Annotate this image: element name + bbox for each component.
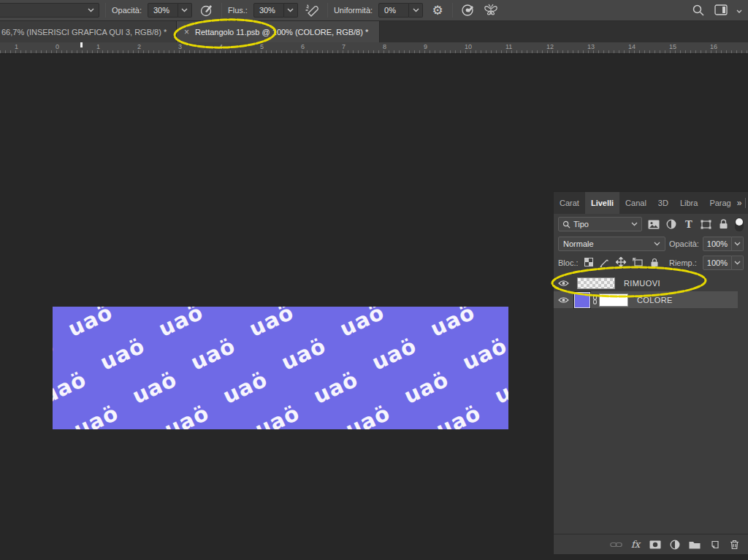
- pattern-text: uaö: [336, 307, 389, 342]
- layer-name[interactable]: RIMUOVI: [624, 279, 660, 288]
- search-icon: [562, 220, 570, 229]
- ruler-label: 11: [505, 43, 512, 50]
- ruler-label: 1: [96, 43, 100, 50]
- document-tab-rettangolo[interactable]: × Rettangolo 11.psb @ 100% (COLORE, RGB/…: [177, 21, 380, 42]
- blend-mode-select[interactable]: Normale: [558, 237, 665, 251]
- toolbar-separator: [327, 3, 328, 18]
- new-layer-icon[interactable]: [708, 538, 721, 551]
- tab-librerie[interactable]: Libra: [674, 192, 703, 214]
- airbrush-icon[interactable]: [304, 1, 321, 19]
- pattern-text: uaö: [53, 367, 90, 408]
- lock-artboard-icon[interactable]: [633, 258, 644, 269]
- add-layer-mask-icon[interactable]: [649, 538, 662, 551]
- workspace-chevron-icon[interactable]: [736, 6, 742, 15]
- artwork-rectangle[interactable]: uaöuaöuaöuaöuaöuaöuaöuaöuaöuaöuaöuaöuaöu…: [53, 307, 508, 429]
- ruler-label: 3: [178, 43, 182, 50]
- ruler-label: 9: [424, 43, 427, 50]
- fill-label: Riemp.:: [669, 258, 697, 267]
- pattern-text: uaö: [129, 367, 181, 408]
- layer-mask-thumbnail[interactable]: [599, 294, 628, 307]
- search-icon[interactable]: [690, 1, 707, 19]
- tab-carattere[interactable]: Carat: [554, 192, 585, 214]
- ruler-label: 8: [383, 43, 386, 50]
- blend-mode-value: Normale: [563, 239, 594, 248]
- opacity-input[interactable]: 30%: [148, 3, 178, 18]
- layer-opacity-label: Opacità:: [669, 239, 699, 248]
- tab-livelli[interactable]: Livelli: [585, 192, 619, 214]
- pattern-text: uaö: [96, 333, 149, 375]
- layer-row-colore[interactable]: COLORE: [554, 291, 738, 308]
- layer-thumbnail-transparent[interactable]: [577, 277, 615, 289]
- layer-row-rimuovi[interactable]: RIMUOVI: [554, 275, 748, 291]
- layer-filter-toggle[interactable]: [735, 218, 744, 231]
- type-layer-filter-icon[interactable]: T: [682, 218, 695, 231]
- pattern-text: uaö: [70, 400, 123, 429]
- layer-filter-type-dropdown[interactable]: Tipo: [558, 217, 642, 231]
- ruler-label: 5: [260, 43, 264, 50]
- pattern-text: uaö: [155, 307, 207, 342]
- workspace-switcher-icon[interactable]: [713, 1, 730, 19]
- pattern-text: uaö: [459, 333, 508, 375]
- layer-styles-fx-icon[interactable]: fx: [629, 538, 642, 551]
- layers-panel: Carat Livelli Canal 3D Libra Parag » ≡ T…: [553, 191, 748, 554]
- fill-dropdown-button[interactable]: [732, 256, 744, 270]
- smoothing-options-gear-icon[interactable]: ⚙: [429, 1, 446, 19]
- layer-opacity-input[interactable]: 100%: [703, 237, 732, 251]
- layer-visibility-eye-icon[interactable]: [554, 296, 573, 304]
- fill-input[interactable]: 100%: [703, 256, 732, 270]
- chevron-down-icon: [181, 8, 188, 12]
- smoothing-label: Uniformità:: [334, 6, 373, 15]
- ruler-cursor-marker: [80, 42, 83, 47]
- pattern-text: uaö: [427, 307, 479, 342]
- layer-visibility-eye-icon[interactable]: [554, 280, 573, 287]
- layers-panel-bottom-bar: fx: [554, 534, 748, 554]
- pattern-text: uaö: [342, 400, 394, 429]
- document-tab-label: Rettangolo 11.psb @ 100% (COLORE, RGB/8)…: [195, 28, 368, 37]
- chevron-down-icon: [287, 8, 294, 12]
- pixel-layer-filter-icon[interactable]: [647, 218, 660, 231]
- new-group-folder-icon[interactable]: [688, 538, 701, 551]
- layer-mask-link-icon[interactable]: [590, 295, 599, 304]
- pattern-text: uaö: [251, 400, 304, 429]
- layer-name[interactable]: COLORE: [637, 296, 673, 304]
- chevron-down-icon: [654, 242, 660, 246]
- chevron-down-icon: [734, 242, 741, 246]
- flow-input[interactable]: 30%: [253, 3, 284, 18]
- smoothing-dropdown-button[interactable]: [409, 3, 423, 18]
- paint-symmetry-butterfly-icon[interactable]: [482, 1, 500, 19]
- opacity-dropdown-button[interactable]: [178, 3, 192, 18]
- ruler-label: 0: [56, 43, 59, 50]
- pattern-text: uaö: [53, 333, 58, 375]
- layer-opacity-dropdown-button[interactable]: [732, 237, 744, 251]
- tab-3d[interactable]: 3D: [652, 192, 674, 214]
- lock-all-icon[interactable]: [650, 258, 659, 269]
- pattern-text: uaö: [491, 367, 508, 408]
- ruler-label: 10: [465, 43, 472, 50]
- smart-object-filter-icon[interactable]: [717, 218, 730, 231]
- pattern-text: uaö: [187, 333, 240, 375]
- lock-transparency-icon[interactable]: [584, 258, 593, 268]
- horizontal-ruler[interactable]: 1012345678910111213141516: [0, 42, 748, 54]
- panel-overflow-icon[interactable]: »: [737, 198, 741, 208]
- document-tab-inserisci-grafica[interactable]: 66,7% (INSERISCI GRAFICA QUI 3, RGB/8) *: [0, 21, 177, 42]
- brush-preset-dropdown[interactable]: [0, 3, 99, 18]
- close-tab-icon[interactable]: ×: [184, 27, 189, 37]
- new-adjustment-layer-icon[interactable]: [668, 538, 682, 551]
- tab-canali[interactable]: Canal: [619, 192, 652, 214]
- flow-dropdown-button[interactable]: [284, 3, 298, 18]
- pattern-text: uaö: [161, 400, 213, 429]
- toolbar-separator: [452, 3, 453, 18]
- document-tab-label: 66,7% (INSERISCI GRAFICA QUI 3, RGB/8) *: [1, 28, 167, 37]
- pattern-text: uaö: [432, 400, 485, 429]
- adjustment-layer-filter-icon[interactable]: [665, 218, 677, 231]
- link-layers-icon[interactable]: [609, 538, 622, 551]
- opacity-pressure-icon[interactable]: [198, 1, 215, 19]
- lock-pixels-brush-icon[interactable]: [600, 258, 609, 269]
- delete-layer-trash-icon[interactable]: [728, 538, 741, 551]
- tab-paragrafo[interactable]: Parag: [703, 192, 736, 214]
- shape-layer-filter-icon[interactable]: [700, 218, 712, 231]
- layer-thumbnail-color-fill[interactable]: [574, 292, 590, 308]
- lock-position-move-icon[interactable]: [616, 257, 626, 269]
- size-pressure-icon[interactable]: [459, 1, 476, 19]
- smoothing-input[interactable]: 0%: [378, 3, 409, 18]
